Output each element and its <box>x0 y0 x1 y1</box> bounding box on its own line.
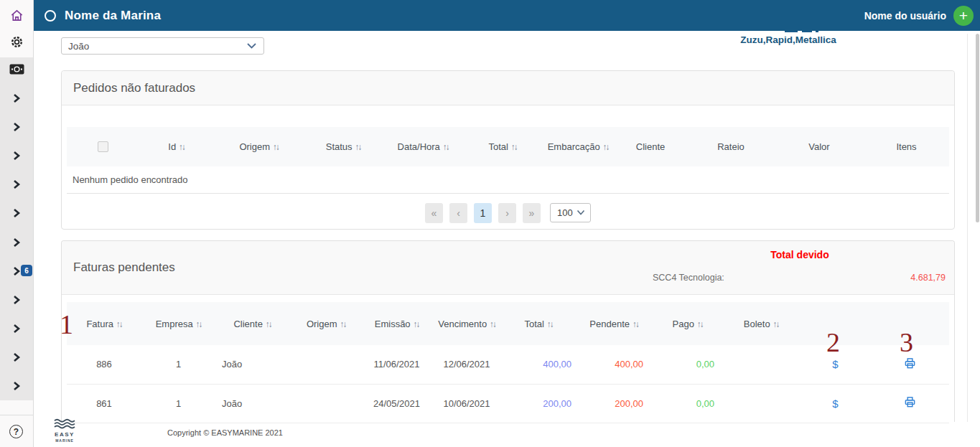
chevron-right-icon[interactable] <box>0 150 33 161</box>
sort-icon: ↑↓ <box>602 142 608 152</box>
pagination-last-button[interactable]: » <box>523 203 541 223</box>
annotation-number-1: 1 <box>60 311 73 338</box>
sort-icon: ↑↓ <box>773 319 778 329</box>
logo-text-marine: MARINE <box>52 438 77 443</box>
sort-icon: ↑↓ <box>116 319 122 329</box>
help-icon[interactable]: ? <box>9 425 23 438</box>
pagination-page-1-button[interactable]: 1 <box>474 203 492 223</box>
home-icon[interactable] <box>0 9 33 22</box>
pagination-prev-button[interactable]: ‹ <box>449 203 467 223</box>
column-header-embarcacao[interactable]: Embarcação ↑↓ <box>542 127 614 166</box>
column-header-origem[interactable]: Origem ↑↓ <box>289 302 363 345</box>
chevron-right-icon[interactable] <box>0 380 33 392</box>
faturas-card-header: Faturas pendentes Total devido SCC4 Tecn… <box>62 241 954 295</box>
fatura-row: 886 1 João 11/06/2021 12/06/2021 400,00 … <box>67 345 949 384</box>
pedidos-table: Id ↑↓ Origem ↑↓ Status ↑↓ Data/Hora ↑↓ T… <box>67 127 949 194</box>
pagination-first-button[interactable]: « <box>425 203 443 223</box>
cell-vencimento: 12/06/2021 <box>431 345 503 384</box>
empty-state-row: Nenhum pedido encontrado <box>67 166 949 193</box>
cell-empresa: 1 <box>141 384 215 423</box>
column-header-cliente[interactable]: Cliente ↑↓ <box>215 302 289 345</box>
sort-icon: ↑↓ <box>490 319 495 329</box>
user-menu[interactable]: Nome do usuário <box>864 10 946 22</box>
chevron-right-icon[interactable] <box>0 179 33 190</box>
faturas-pendentes-card: Faturas pendentes Total devido SCC4 Tecn… <box>61 240 955 422</box>
chevron-right-icon[interactable] <box>0 294 33 306</box>
cell-total: 200,00 <box>503 384 574 423</box>
cell-pendente: 400,00 <box>574 345 653 384</box>
printer-icon[interactable] <box>904 396 916 408</box>
page-size-select[interactable]: 100 <box>550 203 591 222</box>
dollar-payment-icon[interactable]: $ <box>832 358 838 370</box>
select-all-checkbox[interactable] <box>98 141 108 152</box>
notification-badge: 6 <box>21 265 32 276</box>
top-header-bar: Nome da Marina Nome do usuário + <box>34 0 980 31</box>
cell-boleto <box>722 384 801 423</box>
sort-icon: ↑↓ <box>340 319 345 329</box>
easymarine-logo: EASY MARINE <box>52 418 77 443</box>
column-header-empresa[interactable]: Empresa ↑↓ <box>141 302 215 345</box>
cell-pago: 0,00 <box>653 345 722 384</box>
dollar-payment-icon[interactable]: $ <box>832 397 838 410</box>
column-header-vencimento[interactable]: Vencimento ↑↓ <box>431 302 503 345</box>
gear-icon[interactable] <box>0 35 33 49</box>
faturas-header-row: Fatura ↑↓ Empresa ↑↓ Cliente ↑↓ Origem ↑… <box>67 302 949 345</box>
cell-fatura: 861 <box>67 384 141 423</box>
pedidos-card-header: Pedidos não faturados <box>62 71 954 105</box>
printer-icon[interactable] <box>904 357 916 370</box>
cell-fatura: 886 <box>67 345 141 384</box>
chevron-right-icon[interactable] <box>0 93 33 104</box>
client-select[interactable]: João <box>61 37 264 55</box>
marina-name-title: Nome da Marina <box>65 9 161 23</box>
add-button[interactable]: + <box>953 6 974 26</box>
column-header-cliente: Cliente <box>614 127 687 166</box>
sort-icon: ↑↓ <box>511 142 517 152</box>
vertical-scrollbar[interactable] <box>976 34 979 222</box>
select-all-header <box>67 127 139 166</box>
column-header-emissao[interactable]: Emissão ↑↓ <box>363 302 431 345</box>
column-header-itens: Itens <box>864 127 949 166</box>
pedidos-nao-faturados-card: Pedidos não faturados Id ↑↓ Origem ↑↓ St… <box>61 70 955 230</box>
column-header-boleto[interactable]: Boleto ↑↓ <box>722 302 801 345</box>
column-header-pago[interactable]: Pago ↑↓ <box>653 302 722 345</box>
column-header-valor: Valor <box>775 127 864 166</box>
cell-empresa: 1 <box>141 345 215 384</box>
column-header-status[interactable]: Status ↑↓ <box>304 127 383 166</box>
cell-pendente: 200,00 <box>574 384 653 423</box>
column-header-pendente[interactable]: Pendente ↑↓ <box>574 302 653 345</box>
sort-icon: ↑↓ <box>442 142 448 152</box>
cell-total: 400,00 <box>503 345 574 384</box>
column-header-data-hora[interactable]: Data/Hora ↑↓ <box>383 127 463 166</box>
sidebar-divider <box>0 415 33 415</box>
cell-boleto <box>722 345 801 384</box>
faturas-card-title: Faturas pendentes <box>73 260 175 275</box>
money-icon[interactable] <box>0 64 33 75</box>
column-header-rateio: Rateio <box>687 127 775 166</box>
pagination: « ‹ 1 › » 100 <box>62 203 954 223</box>
sort-icon: ↑↓ <box>195 319 201 329</box>
client-select-value: João <box>68 41 89 52</box>
cell-emissao: 11/06/2021 <box>363 345 431 384</box>
sort-icon: ↑↓ <box>179 142 185 152</box>
chevron-right-icon[interactable] <box>0 237 33 248</box>
column-header-id[interactable]: Id ↑↓ <box>139 127 214 166</box>
column-header-origem[interactable]: Origem ↑↓ <box>214 127 304 166</box>
cell-cliente: João <box>215 384 289 423</box>
chevron-right-icon[interactable] <box>0 352 33 363</box>
chevron-right-icon[interactable] <box>0 323 33 334</box>
boats-list-text: Zuzu,Rapid,Metallica <box>731 34 846 45</box>
column-header-total[interactable]: Total ↑↓ <box>503 302 574 345</box>
chevron-right-icon[interactable] <box>0 121 33 133</box>
cell-origem <box>289 345 363 384</box>
total-devido-label: Total devido <box>750 249 850 260</box>
column-header-fatura[interactable]: Fatura ↑↓ <box>67 302 141 345</box>
empty-message: Nenhum pedido encontrado <box>67 166 949 193</box>
app-root: 6 ? Nome da Marina Nome do usuário + Joã… <box>0 0 980 447</box>
column-header-total[interactable]: Total ↑↓ <box>463 127 542 166</box>
pagination-next-button[interactable]: › <box>498 203 516 223</box>
chevron-right-icon[interactable] <box>0 207 33 219</box>
page-size-value: 100 <box>557 207 573 218</box>
annotation-number-2: 2 <box>826 329 840 356</box>
chevron-down-icon <box>246 42 257 50</box>
cell-origem <box>289 384 363 423</box>
